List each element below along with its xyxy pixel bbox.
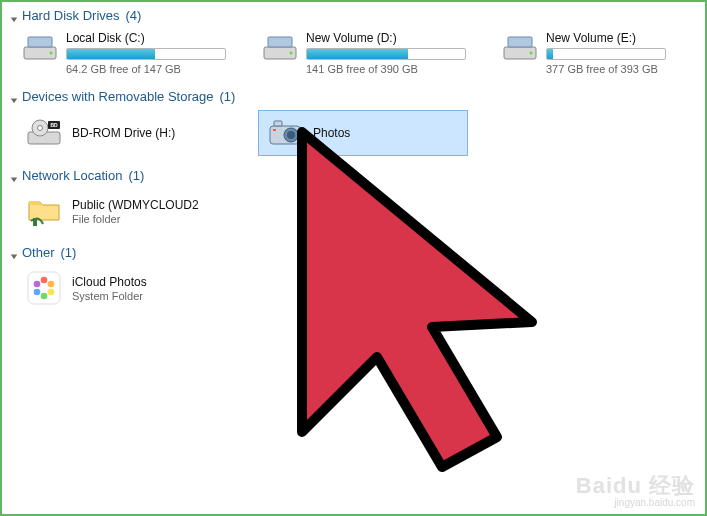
svg-point-2 xyxy=(50,52,53,55)
group-count: (1) xyxy=(61,245,77,260)
svg-point-21 xyxy=(40,284,48,292)
group-other: Other (1) iCloud Photos System Folder xyxy=(10,243,697,314)
svg-point-8 xyxy=(530,52,533,55)
watermark-brand: Baidu 经验 xyxy=(576,474,695,497)
hdd-icon xyxy=(500,31,540,71)
bdrom-icon: BD xyxy=(24,115,64,151)
svg-rect-15 xyxy=(274,121,282,126)
item-name: BD-ROM Drive (H:) xyxy=(72,126,175,140)
icloud-photos-icon xyxy=(24,270,64,306)
group-title: Hard Disk Drives xyxy=(22,8,120,23)
caret-icon xyxy=(10,172,18,180)
photos-item[interactable]: Photos xyxy=(258,110,468,156)
svg-point-11 xyxy=(38,126,43,131)
item-name: Photos xyxy=(313,126,350,140)
svg-point-27 xyxy=(34,281,41,288)
network-folder-icon xyxy=(24,193,64,229)
group-title: Devices with Removable Storage xyxy=(22,89,213,104)
group-count: (4) xyxy=(126,8,142,23)
drive-free-text: 377 GB free of 393 GB xyxy=(546,63,666,75)
svg-rect-1 xyxy=(28,37,52,47)
group-header-network[interactable]: Network Location (1) xyxy=(10,166,697,185)
drive-item[interactable]: New Volume (D:) 141 GB free of 390 GB xyxy=(258,29,468,77)
svg-point-24 xyxy=(48,289,55,296)
svg-point-25 xyxy=(41,293,48,300)
group-removable: Devices with Removable Storage (1) BD BD… xyxy=(10,87,697,160)
icloud-photos-item[interactable]: iCloud Photos System Folder xyxy=(18,266,228,310)
caret-icon xyxy=(10,93,18,101)
watermark: Baidu 经验 jingyan.baidu.com xyxy=(576,474,695,508)
drive-free-text: 64.2 GB free of 147 GB xyxy=(66,63,226,75)
svg-rect-4 xyxy=(268,37,292,47)
drive-usage-bar xyxy=(66,48,226,60)
hdd-icon xyxy=(20,31,60,71)
item-name: iCloud Photos xyxy=(72,275,147,289)
svg-point-5 xyxy=(290,52,293,55)
item-subtext: File folder xyxy=(72,213,199,225)
drive-name: New Volume (E:) xyxy=(546,31,666,45)
group-hard-disk-drives: Hard Disk Drives (4) Local Disk (C:) 64.… xyxy=(10,6,697,81)
drive-usage-bar xyxy=(306,48,466,60)
svg-point-17 xyxy=(287,131,295,139)
svg-rect-18 xyxy=(273,129,276,131)
item-name: Public (WDMYCLOUD2 xyxy=(72,198,199,212)
drive-item[interactable]: New Volume (E:) 377 GB free of 393 GB xyxy=(498,29,668,77)
hdd-icon xyxy=(260,31,300,71)
group-title: Other xyxy=(22,245,55,260)
group-count: (1) xyxy=(128,168,144,183)
drive-item[interactable]: Local Disk (C:) 64.2 GB free of 147 GB xyxy=(18,29,228,77)
group-title: Network Location xyxy=(22,168,122,183)
svg-text:BD: BD xyxy=(50,122,58,128)
group-header-other[interactable]: Other (1) xyxy=(10,243,697,262)
drives-row: Local Disk (C:) 64.2 GB free of 147 GB N… xyxy=(10,25,697,81)
group-header-removable[interactable]: Devices with Removable Storage (1) xyxy=(10,87,697,106)
drive-name: New Volume (D:) xyxy=(306,31,466,45)
group-count: (1) xyxy=(219,89,235,104)
group-header-hdd[interactable]: Hard Disk Drives (4) xyxy=(10,6,697,25)
svg-point-23 xyxy=(48,281,55,288)
watermark-url: jingyan.baidu.com xyxy=(576,498,695,509)
svg-point-26 xyxy=(34,289,41,296)
network-folder-item[interactable]: Public (WDMYCLOUD2 File folder xyxy=(18,189,228,233)
bdrom-drive-item[interactable]: BD BD-ROM Drive (H:) xyxy=(18,110,228,156)
svg-point-22 xyxy=(41,277,48,284)
caret-icon xyxy=(10,249,18,257)
drive-usage-bar xyxy=(546,48,666,60)
drive-free-text: 141 GB free of 390 GB xyxy=(306,63,466,75)
camera-icon xyxy=(265,115,305,151)
group-network: Network Location (1) Public (WDMYCLOUD2 … xyxy=(10,166,697,237)
item-subtext: System Folder xyxy=(72,290,147,302)
drive-name: Local Disk (C:) xyxy=(66,31,226,45)
caret-icon xyxy=(10,12,18,20)
svg-rect-7 xyxy=(508,37,532,47)
